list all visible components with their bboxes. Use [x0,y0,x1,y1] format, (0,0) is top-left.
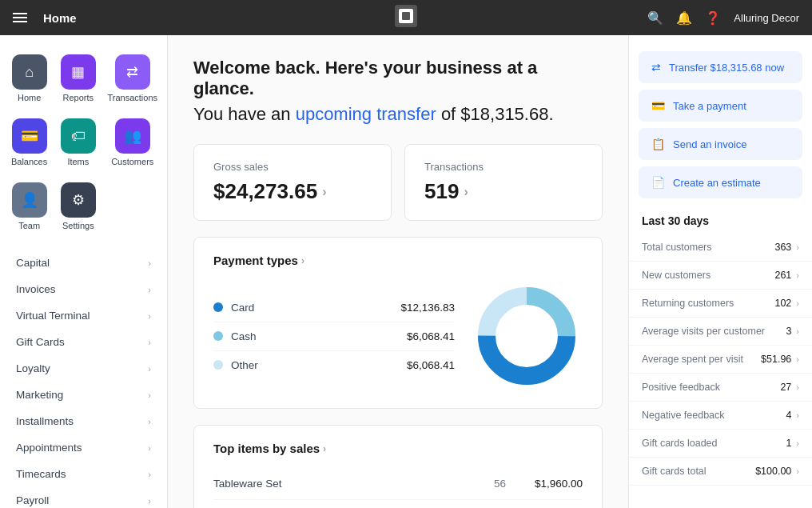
stat-value-negative-feedback: 4 [786,410,791,421]
sidebar-icon-reports[interactable]: ▦Reports [55,48,101,109]
take-payment-label: Take a payment [673,100,746,112]
stat-value-avg-spent: $51.96 [761,354,791,365]
sidebar-nav-label-timecards: Timecards [16,468,66,480]
donut-chart [471,280,583,392]
sidebar-icon-settings[interactable]: ⚙Settings [55,176,101,237]
payment-dot-card [213,302,223,312]
sidebar-item-loyalty[interactable]: Loyalty› [0,355,167,382]
send-invoice-icon: 📋 [651,138,665,150]
action-send-invoice[interactable]: 📋Send an invoice [639,128,802,160]
sidebar-icon-label-settings: Settings [62,221,94,230]
stat-chevron-gift-cards-total: › [796,466,799,476]
sidebar-item-virtual-terminal[interactable]: Virtual Terminal› [0,302,167,329]
stat-label-negative-feedback: Negative feedback [642,410,786,421]
stat-row-positive-feedback[interactable]: Positive feedback 27 › [629,374,812,402]
stat-label-new-customers: New customers [642,270,774,281]
stat-row-returning-customers[interactable]: Returning customers 102 › [629,290,812,318]
create-estimate-icon: 📄 [651,176,665,189]
sidebar-nav-label-invoices: Invoices [16,283,56,295]
stats-row: Gross sales $24,273.65 › Transactions 51… [193,144,603,221]
sidebar-item-marketing[interactable]: Marketing› [0,382,167,408]
sidebar-icon-customers[interactable]: 👥Customers [104,112,161,173]
transactions-card[interactable]: Transactions 519 › [404,144,603,221]
sidebar-item-installments[interactable]: Installments› [0,408,167,434]
stat-row-avg-spent[interactable]: Average spent per visit $51.96 › [629,346,812,374]
table-row[interactable]: Tableware Set 56 $1,960.00 [213,468,583,500]
upcoming-transfer-link[interactable]: upcoming transfer [296,104,436,124]
sidebar-nav-label-capital: Capital [16,257,50,269]
sidebar-nav-chevron-installments: › [148,417,151,426]
sidebar-item-appointments[interactable]: Appointments› [0,434,167,461]
bell-icon[interactable]: 🔔 [676,10,692,26]
search-icon[interactable]: 🔍 [647,10,663,26]
stat-chevron-total-customers: › [796,242,799,252]
payment-amount: $12,136.83 [400,302,455,314]
send-invoice-label: Send an invoice [673,138,747,150]
stat-row-new-customers[interactable]: New customers 261 › [629,262,812,290]
action-take-payment[interactable]: 💳Take a payment [639,90,802,122]
gross-sales-card[interactable]: Gross sales $24,273.65 › [193,144,392,221]
sidebar-item-invoices[interactable]: Invoices› [0,276,167,302]
stat-value-avg-visits: 3 [786,326,791,337]
sidebar-nav-chevron-payroll: › [148,496,151,506]
top-items-chevron: › [323,443,326,454]
stat-label-gift-cards-total: Gift cards total [642,466,755,477]
action-create-estimate[interactable]: 📄Create an estimate [639,166,802,198]
stat-value-gift-cards-loaded: 1 [786,438,791,449]
sidebar-icon-label-items: Items [67,157,89,166]
transfer-label: Transfer $18,315.68 now [669,62,784,74]
sidebar-icon-home[interactable]: ⌂Home [6,48,52,109]
stat-value-gift-cards-total: $100.00 [755,466,791,477]
payment-dot-other [213,360,223,370]
top-items-card: Top items by sales › Tableware Set 56 $1… [193,425,603,508]
stat-row-gift-cards-loaded[interactable]: Gift cards loaded 1 › [629,430,812,458]
take-payment-icon: 💳 [651,99,665,112]
payment-types-chevron: › [301,255,304,266]
stat-row-negative-feedback[interactable]: Negative feedback 4 › [629,402,812,430]
items-icon: 🏷 [61,118,96,154]
sidebar-icon-items[interactable]: 🏷Items [55,112,101,173]
payment-row-other: Other $6,068.41 [213,351,455,379]
table-row[interactable]: Drinking Glasses 37 $1,665.00 [213,500,583,508]
transactions-arrow: › [464,185,468,199]
stat-row-avg-visits[interactable]: Average visits per customer 3 › [629,318,812,346]
sidebar-nav-chevron-gift-cards: › [148,338,151,347]
topbar-actions: 🔍 🔔 ❓ Alluring Decor [647,10,799,26]
stat-label-avg-spent: Average spent per visit [642,354,761,365]
sidebar-icon-team[interactable]: 👤Team [6,176,52,237]
sidebar-item-capital[interactable]: Capital› [0,250,167,276]
sidebar-icon-label-home: Home [18,93,41,102]
sidebar-nav-chevron-appointments: › [148,443,151,453]
action-transfer[interactable]: ⇄Transfer $18,315.68 now [639,51,802,83]
payment-name: Other [231,359,399,371]
item-qty: 56 [466,478,506,490]
stat-row-gift-cards-total[interactable]: Gift cards total $100.00 › [629,458,812,486]
gross-sales-label: Gross sales [213,161,372,173]
sidebar-nav-chevron-capital: › [148,258,151,268]
sidebar-nav-label-appointments: Appointments [16,442,82,454]
user-name[interactable]: Alluring Decor [734,12,799,24]
stat-row-total-customers[interactable]: Total customers 363 › [629,234,812,262]
right-panel: ⇄Transfer $18,315.68 now💳Take a payment📋… [628,35,812,508]
menu-icon[interactable] [13,13,27,22]
item-name: Tableware Set [213,478,466,490]
sidebar-nav-label-payroll: Payroll [16,494,49,506]
transactions-value: 519 › [424,179,583,204]
last30-title: Last 30 days [629,205,812,234]
payment-amount: $6,068.41 [407,359,455,371]
sidebar-icon-balances[interactable]: 💳Balances [6,112,52,173]
sidebar-nav-chevron-invoices: › [148,285,151,294]
transfer-icon: ⇄ [651,61,661,74]
help-icon[interactable]: ❓ [705,10,721,26]
sidebar-item-timecards[interactable]: Timecards› [0,461,167,487]
sidebar-icon-label-transactions: Transactions [107,93,157,102]
sidebar-item-gift-cards[interactable]: Gift Cards› [0,329,167,355]
settings-icon: ⚙ [61,182,96,218]
page-title: Home [43,11,77,25]
payment-list: Card $12,136.83 Cash $6,068.41 Other $6,… [213,294,455,379]
customers-icon: 👥 [115,118,150,154]
sidebar-item-payroll[interactable]: Payroll› [0,487,167,508]
sidebar-icon-transactions[interactable]: ⇄Transactions [104,48,161,109]
top-items-title: Top items by sales › [213,442,583,455]
sidebar-nav-chevron-virtual-terminal: › [148,311,151,321]
